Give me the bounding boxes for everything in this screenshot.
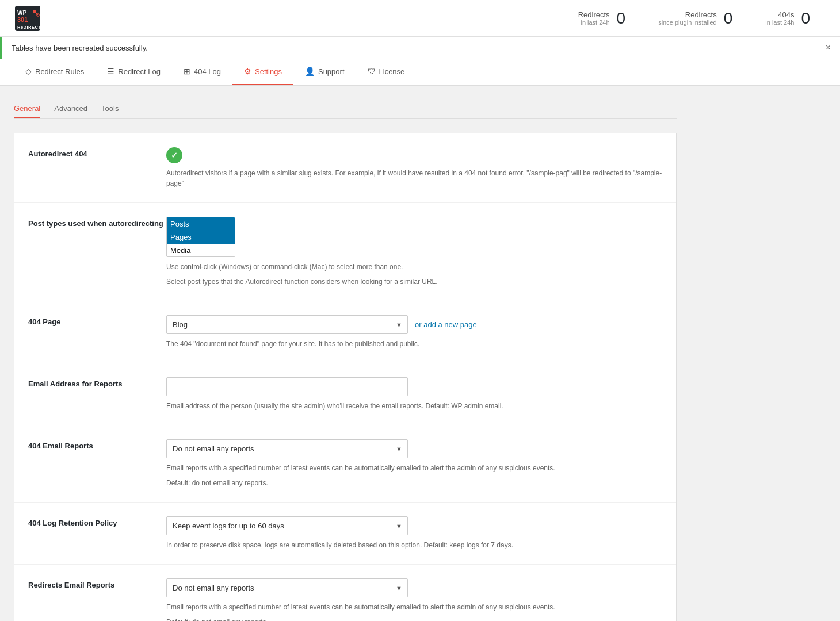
post-types-select[interactable]: Posts Pages Media [166, 217, 235, 257]
sub-tab-advanced[interactable]: Advanced [54, 99, 87, 118]
autoredirect-control: ✓ Autoredirect visitors if a page with a… [166, 147, 662, 189]
email-desc: Email address of the person (usually the… [166, 401, 662, 411]
svg-text:ReDIRECTS: ReDIRECTS [17, 25, 41, 30]
log-retention-desc: In order to preserve disk space, logs ar… [166, 540, 662, 550]
stat-redirects-24h-label: Redirects [578, 10, 610, 19]
post-types-label: Post types used when autoredirecting [28, 217, 166, 228]
stat-404s-value: 0 [801, 9, 810, 28]
redirect-log-icon: ☰ [107, 67, 114, 76]
tab-support[interactable]: 👤 Support [293, 59, 356, 85]
redirect-email-control: Do not email any reports ▼ Email reports… [166, 578, 662, 621]
license-icon: 🛡 [368, 67, 376, 76]
setting-post-types: Post types used when autoredirecting Pos… [14, 203, 676, 301]
svg-text:301: 301 [17, 16, 28, 23]
tab-license-label: License [379, 67, 405, 76]
stat-redirects-24h-value: 0 [617, 9, 626, 28]
autoredirect-desc: Autoredirect visitors if a page with a s… [166, 168, 662, 189]
redirect-email-desc1: Email reports with a specified number of… [166, 602, 662, 612]
settings-icon: ⚙ [244, 67, 251, 76]
404-page-select-wrapper: Blog ▼ [166, 315, 408, 334]
setting-log-retention: 404 Log Retention Policy Keep event logs… [14, 503, 676, 565]
404-page-desc: The 404 "document not found" page for yo… [166, 339, 662, 349]
404-email-select[interactable]: Do not email any reports [166, 439, 408, 458]
settings-card: Autoredirect 404 ✓ Autoredirect visitors… [14, 133, 677, 621]
support-icon: 👤 [305, 67, 315, 76]
notice-text: Tables have been recreated successfully. [12, 44, 148, 52]
option-media: Media [167, 244, 235, 257]
email-input[interactable] [166, 377, 408, 396]
autoredirect-toggle[interactable]: ✓ [166, 147, 182, 163]
stat-redirects-total-sublabel: since plugin installed [658, 19, 717, 26]
404-email-select-wrapper: Do not email any reports ▼ [166, 439, 408, 458]
email-label: Email Address for Reports [28, 377, 166, 388]
tab-redirect-log[interactable]: ☰ Redirect Log [96, 59, 172, 85]
post-types-desc1: Use control-click (Windows) or command-c… [166, 262, 662, 272]
404-email-label: 404 Email Reports [28, 439, 166, 450]
tab-support-label: Support [318, 67, 345, 76]
404-email-desc2: Default: do not email any reports. [166, 478, 662, 488]
redirect-rules-icon: ◇ [25, 67, 32, 76]
nav-tabs: ◇ Redirect Rules ☰ Redirect Log ⊞ 404 Lo… [0, 59, 840, 86]
setting-autoredirect: Autoredirect 404 ✓ Autoredirect visitors… [14, 133, 676, 203]
404-page-label: 404 Page [28, 315, 166, 326]
404-log-icon: ⊞ [184, 67, 190, 76]
tab-redirect-log-label: Redirect Log [118, 67, 161, 76]
404-email-control: Do not email any reports ▼ Email reports… [166, 439, 662, 488]
check-icon: ✓ [171, 151, 178, 160]
stat-redirects-total-label: Redirects [658, 10, 717, 19]
redirect-email-desc2: Default: do not email any reports. [166, 617, 662, 621]
stat-redirects-24h: Redirects in last 24h 0 [562, 9, 642, 28]
setting-404-email: 404 Email Reports Do not email any repor… [14, 425, 676, 503]
logo: WP 301 ReDIRECTS [14, 5, 46, 32]
log-retention-label: 404 Log Retention Policy [28, 516, 166, 527]
stat-redirects-total: Redirects since plugin installed 0 [642, 9, 749, 28]
redirect-email-select-wrapper: Do not email any reports ▼ [166, 578, 408, 597]
header: WP 301 ReDIRECTS Redirects in last 24h 0… [0, 0, 840, 37]
stat-redirects-total-value: 0 [724, 9, 733, 28]
tab-settings-label: Settings [255, 67, 282, 76]
log-retention-control: Keep event logs for up to 60 days ▼ In o… [166, 516, 662, 550]
sub-tab-tools[interactable]: Tools [101, 99, 119, 118]
option-pages: Pages [167, 231, 235, 244]
autoredirect-label: Autoredirect 404 [28, 147, 166, 158]
setting-redirect-email: Redirects Email Reports Do not email any… [14, 565, 676, 621]
notice-bar: Tables have been recreated successfully.… [0, 37, 840, 59]
tab-404-log-label: 404 Log [194, 67, 221, 76]
tab-404-log[interactable]: ⊞ 404 Log [172, 59, 232, 85]
notice-close-button[interactable]: × [826, 43, 831, 53]
tab-license[interactable]: 🛡 License [356, 59, 417, 85]
stat-404s-label: 404s [765, 10, 794, 19]
post-types-desc2: Select post types that the Autoredirect … [166, 277, 662, 287]
sub-tabs: General Advanced Tools [14, 99, 677, 119]
404-page-select[interactable]: Blog [166, 315, 408, 334]
404-email-desc1: Email reports with a specified number of… [166, 463, 662, 473]
redirect-email-label: Redirects Email Reports [28, 578, 166, 589]
page-wrapper: General Advanced Tools Autoredirect 404 … [0, 86, 690, 621]
logo-icon: WP 301 ReDIRECTS [14, 5, 41, 32]
post-types-control: Posts Pages Media Use control-click (Win… [166, 217, 662, 287]
header-stats: Redirects in last 24h 0 Redirects since … [562, 9, 826, 28]
stat-404s: 404s in last 24h 0 [749, 9, 826, 28]
option-posts: Posts [167, 217, 235, 231]
tab-redirect-rules-label: Redirect Rules [35, 67, 84, 76]
tab-settings[interactable]: ⚙ Settings [232, 59, 293, 85]
stat-redirects-24h-sublabel: in last 24h [578, 19, 610, 26]
sub-tab-general[interactable]: General [14, 99, 40, 118]
stat-404s-sublabel: in last 24h [765, 19, 794, 26]
redirect-email-select[interactable]: Do not email any reports [166, 578, 408, 597]
tab-redirect-rules[interactable]: ◇ Redirect Rules [14, 59, 96, 85]
setting-email: Email Address for Reports Email address … [14, 363, 676, 425]
log-retention-select[interactable]: Keep event logs for up to 60 days [166, 516, 408, 535]
svg-text:WP: WP [17, 10, 26, 16]
log-retention-select-wrapper: Keep event logs for up to 60 days ▼ [166, 516, 408, 535]
email-control: Email address of the person (usually the… [166, 377, 662, 411]
setting-404-page: 404 Page Blog ▼ or add a new page The 40… [14, 301, 676, 363]
404-page-control: Blog ▼ or add a new page The 404 "docume… [166, 315, 662, 349]
add-new-page-link[interactable]: or add a new page [415, 320, 477, 329]
